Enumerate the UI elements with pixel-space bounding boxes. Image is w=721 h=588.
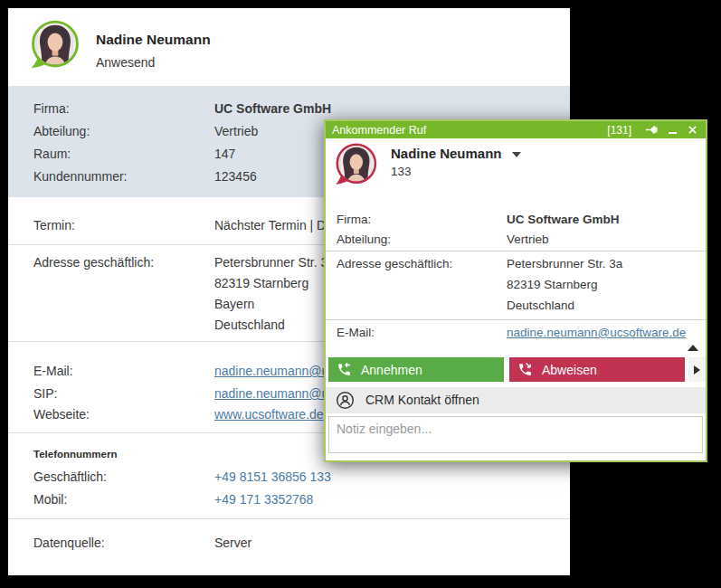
accept-call-button[interactable]: Annehmen: [328, 357, 504, 382]
address-line-2: 82319 Starnberg: [214, 276, 308, 290]
avatar-headset-woman-icon: [333, 142, 378, 187]
note-input[interactable]: [328, 416, 703, 453]
popup-body: Nadine Neumann 133 Firma: UC Software Gm…: [326, 138, 706, 460]
presence-status: Anwesend: [96, 55, 155, 70]
popup-address-line-3: Deutschland: [507, 299, 574, 312]
accept-call-label: Annehmen: [361, 363, 422, 377]
expand-up-icon[interactable]: [688, 345, 698, 351]
webseite-label: Webseite:: [33, 407, 90, 422]
kundennummer-label: Kundennummer:: [33, 169, 128, 184]
raum-value: 147: [214, 147, 235, 161]
crm-open-contact-label: CRM Kontakt öffnen: [365, 393, 479, 407]
reject-call-label: Abweisen: [542, 363, 597, 377]
mobil-number[interactable]: +49 171 3352768: [214, 492, 313, 507]
popup-firma-label: Firma:: [337, 213, 371, 226]
contact-avatar: [28, 19, 81, 71]
divider: [326, 319, 706, 320]
pin-icon[interactable]: [645, 123, 659, 138]
popup-abteilung-label: Abteilung:: [337, 232, 391, 246]
more-actions-icon: [694, 365, 700, 375]
popup-titlebar[interactable]: Ankommender Ruf [131]: [326, 121, 706, 138]
crm-open-contact-button[interactable]: CRM Kontakt öffnen: [326, 387, 706, 413]
popup-address-line-1: Petersbrunner Str. 3a: [507, 257, 622, 270]
raum-label: Raum:: [33, 147, 71, 161]
note-input-container: [328, 416, 703, 453]
contact-name: Nadine Neumann: [96, 32, 211, 48]
address-line-4: Deutschland: [214, 318, 285, 332]
firma-label: Firma:: [33, 101, 70, 116]
popup-address-label: Adresse geschäftlich:: [337, 257, 452, 270]
abteilung-value: Vertrieb: [214, 124, 258, 138]
mobil-label: Mobil:: [33, 492, 67, 507]
more-actions-button[interactable]: [688, 357, 706, 382]
divider: [8, 518, 570, 519]
minimize-icon[interactable]: [665, 123, 679, 138]
reject-call-button[interactable]: Abweisen: [509, 357, 685, 382]
avatar-headset-woman-icon: [28, 19, 81, 71]
popup-email-link[interactable]: nadine.neumann@ucsoftware.de: [507, 326, 686, 339]
firma-value: UC Software GmbH: [214, 101, 331, 116]
incoming-call-popup: Ankommender Ruf [131]: [324, 119, 707, 462]
geschaeftlich-label: Geschäftlich:: [33, 469, 107, 484]
accept-call-icon: [337, 362, 352, 377]
caller-number: 133: [391, 165, 412, 178]
popup-abteilung-value: Vertrieb: [507, 232, 549, 246]
email-label: E-Mail:: [33, 364, 73, 378]
caller-name-dropdown[interactable]: Nadine Neumann: [391, 146, 521, 161]
divider: [326, 251, 706, 251]
phones-header: Telefonnummern: [33, 449, 117, 460]
address-line-3: Bayern: [214, 297, 254, 311]
dropdown-caret-icon: [512, 152, 521, 157]
caller-name: Nadine Neumann: [391, 146, 502, 161]
webseite-link[interactable]: www.ucsoftware.de: [214, 407, 324, 422]
popup-email-label: E-Mail:: [337, 326, 375, 339]
geschaeftlich-number[interactable]: +49 8151 36856 133: [214, 469, 331, 484]
crm-contact-icon: [336, 391, 355, 413]
abteilung-label: Abteilung:: [33, 124, 90, 138]
kundennummer-value: 123456: [214, 169, 257, 184]
address-label: Adresse geschäftlich:: [33, 255, 154, 270]
line-badge: [131]: [607, 124, 631, 137]
datenquelle-value: Server: [214, 536, 251, 550]
termin-label: Termin:: [33, 218, 75, 232]
popup-address-line-2: 82319 Starnberg: [507, 278, 598, 291]
popup-firma-value: UC Software GmbH: [507, 213, 620, 226]
popup-title: Ankommender Ruf: [332, 124, 607, 137]
address-line-1: Petersbrunner Str. 3a: [214, 255, 335, 270]
termin-value: Nächster Termin | D: [214, 218, 326, 232]
datenquelle-label: Datenquelle:: [33, 536, 105, 550]
reject-call-icon: [517, 362, 533, 377]
sip-label: SIP:: [33, 386, 57, 401]
caller-avatar: [333, 142, 378, 187]
close-icon[interactable]: [685, 123, 699, 138]
